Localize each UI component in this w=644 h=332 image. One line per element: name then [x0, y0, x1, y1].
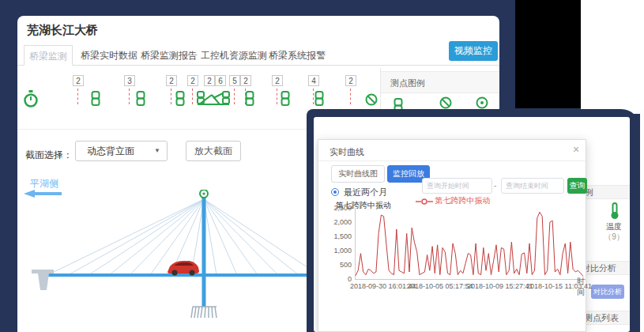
sensor-drop-line — [313, 89, 314, 104]
query-start-time-input[interactable] — [422, 178, 492, 194]
x-tick: 2018-10-05 05:17:54 — [407, 282, 473, 290]
sensor-drop-line — [234, 89, 235, 104]
range-separator: - — [494, 181, 496, 190]
legend-marker-icon — [416, 198, 433, 205]
main-tabbar: 桥梁监测 桥梁实时数据 桥梁监测报告 工控机资源监测 桥梁系统报警 — [17, 45, 499, 66]
background-black-panel — [515, 0, 581, 108]
sensor-drop-line — [277, 89, 277, 104]
no-entry-icon — [439, 96, 452, 109]
legend-panel-title: 测点图例 — [381, 71, 499, 93]
sensor-drop-line — [171, 89, 171, 104]
y-tick: 1,000 — [320, 247, 352, 255]
y-tick: 500 — [320, 261, 352, 269]
x-axis-title: 时间 — [577, 276, 586, 298]
sensor-count-badge: 6 — [215, 75, 226, 86]
tab-realtime-data[interactable]: 桥梁实时数据 — [81, 45, 137, 66]
desktop: 芜湖长江大桥 桥梁监测 桥梁实时数据 桥梁监测报告 工控机资源监测 桥梁系统报警… — [0, 0, 644, 332]
query-button[interactable]: 查询 — [567, 178, 587, 194]
sensor-drop-line — [129, 89, 130, 104]
tab-realtime-curve[interactable]: 实时曲线图 — [331, 165, 385, 183]
bridge-pier — [32, 270, 54, 290]
chain-link-icon — [281, 91, 290, 106]
car — [168, 261, 199, 276]
sensor-dot-icon — [476, 96, 488, 109]
legend-text: 第七跨跨中振动 — [435, 196, 490, 205]
y-tick: 2,500 — [320, 204, 352, 212]
sensor-count-badge: 2 — [345, 75, 356, 86]
section-dropdown[interactable]: 动态背立面 ▼ — [75, 141, 168, 161]
y-tick: 1,500 — [320, 232, 352, 240]
sensor-drop-line — [350, 89, 351, 104]
chain-link-icon — [314, 91, 324, 106]
temperature-count: （9） — [600, 232, 628, 243]
section-select-label: 截面选择： — [25, 145, 73, 165]
tab-monitoring-report[interactable]: 桥梁监测报告 — [141, 45, 198, 66]
section-dropdown-value: 动态背立面 — [87, 145, 134, 157]
x-tick: 2018-10-09 15:27:41 — [467, 282, 533, 290]
video-monitor-button[interactable]: 视频监控 — [449, 41, 498, 61]
tower-top-sensor-icon — [200, 190, 208, 198]
sensor-count-badge: 2 — [204, 75, 215, 86]
tab-system-alarm[interactable]: 桥梁系统报警 — [269, 45, 326, 66]
background-white-panel — [581, 0, 644, 114]
chain-link-icon — [91, 91, 100, 106]
bridge-foundation — [191, 307, 217, 318]
enlarge-section-button[interactable]: 放大截面 — [186, 141, 241, 161]
temperature-label: 温度 — [600, 221, 628, 232]
sensor-drop-line — [77, 89, 78, 104]
compare-analysis-button[interactable]: 对比分析 — [591, 285, 624, 299]
thermometer-icon — [610, 202, 620, 220]
chain-link-icon — [136, 91, 145, 106]
query-end-time-input[interactable] — [501, 178, 564, 194]
realtime-curve-dialog: 实时曲线 × 实时曲线图 监控回放 最近两个月 - 查询 第七跨跨中振动 第七跨… — [318, 139, 586, 332]
vibration-chart — [355, 208, 586, 281]
no-entry-icon — [365, 93, 378, 106]
sensor-count-badge: 2 — [166, 75, 177, 86]
chart-series-line — [356, 212, 583, 276]
y-tick: 0 — [320, 275, 352, 283]
page-title: 芜湖长江大桥 — [27, 23, 98, 38]
y-tick: 2,000 — [320, 218, 352, 226]
sensor-count-badge: 4 — [308, 75, 319, 86]
chain-link-icon — [245, 91, 254, 106]
tab-bridge-monitoring[interactable]: 桥梁监测 — [24, 45, 73, 66]
stopwatch-icon — [24, 89, 38, 108]
sensor-count-badge: 2 — [187, 75, 198, 86]
dialog-divider — [318, 160, 586, 161]
sensor-count-badge: 2 — [73, 75, 84, 86]
chain-link-icon — [175, 91, 185, 106]
gantry-sensor-icon — [196, 89, 231, 109]
chevron-down-icon: ▼ — [154, 141, 160, 160]
sensor-count-badge: 2 — [272, 75, 283, 86]
sensor-drop-line — [192, 89, 193, 104]
sensor-count-badge: 5 — [229, 75, 240, 86]
sensor-count-badge: 3 — [124, 75, 135, 86]
dialog-title: 实时曲线 — [330, 146, 364, 158]
close-icon[interactable]: × — [573, 143, 579, 156]
sensor-count-badge: 2 — [240, 75, 251, 86]
background-white-edge — [640, 109, 644, 332]
tab-ipc-resource[interactable]: 工控机资源监测 — [201, 45, 267, 66]
